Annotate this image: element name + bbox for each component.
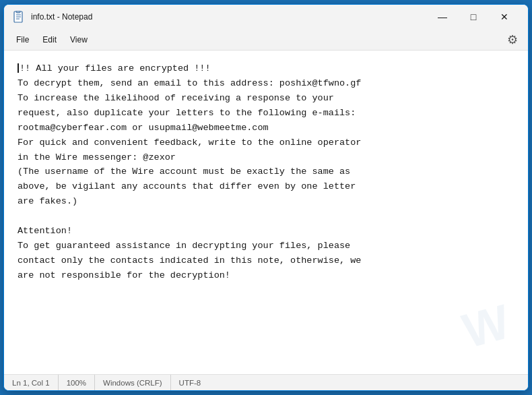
svg-rect-1 xyxy=(16,11,20,13)
text-area[interactable]: !! All your files are encrypted !!! To d… xyxy=(4,51,528,374)
menu-file[interactable]: File xyxy=(9,32,36,47)
close-button[interactable]: ✕ xyxy=(489,7,520,27)
window-title: info.txt - Notepad xyxy=(31,12,427,22)
statusbar: Ln 1, Col 1 100% Windows (CRLF) UTF-8 xyxy=(4,374,528,390)
titlebar: info.txt - Notepad — □ ✕ xyxy=(4,5,528,29)
notepad-window: info.txt - Notepad — □ ✕ File Edit View … xyxy=(3,4,529,391)
notepad-icon xyxy=(12,10,26,24)
menu-edit[interactable]: Edit xyxy=(36,32,63,47)
line-ending: Windows (CRLF) xyxy=(95,375,171,390)
watermark: W xyxy=(457,294,514,359)
encoding: UTF-8 xyxy=(171,375,209,390)
menu-view[interactable]: View xyxy=(63,32,94,47)
text-cursor xyxy=(18,63,19,73)
window-controls: — □ ✕ xyxy=(427,7,520,27)
zoom-level: 100% xyxy=(59,375,95,390)
cursor-position: Ln 1, Col 1 xyxy=(4,375,59,390)
menubar: File Edit View ⚙ xyxy=(4,29,528,51)
settings-icon[interactable]: ⚙ xyxy=(502,30,523,50)
minimize-button[interactable]: — xyxy=(427,7,458,27)
notepad-content: !! All your files are encrypted !!! To d… xyxy=(18,63,361,280)
maximize-button[interactable]: □ xyxy=(458,7,489,27)
